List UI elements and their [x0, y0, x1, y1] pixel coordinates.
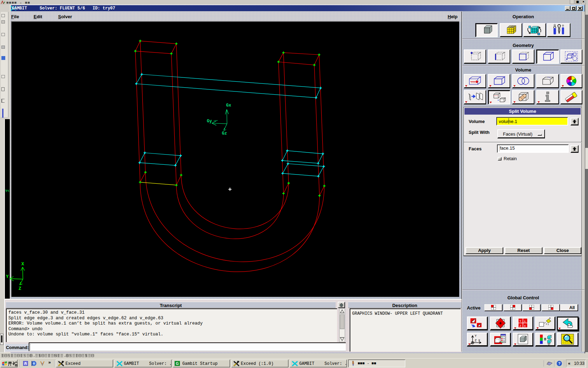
svg-text:⅄: ⅄ — [524, 320, 526, 323]
svg-text:Gx: Gx — [226, 103, 231, 108]
svg-text:Y: Y — [6, 274, 9, 279]
svg-text:X: X — [21, 261, 24, 267]
svg-text:Gz: Gz — [222, 131, 227, 136]
svg-text:X: X — [478, 339, 481, 342]
svg-text:Gy: Gy — [207, 119, 212, 124]
svg-text:Y: Y — [475, 334, 477, 338]
svg-text:?: ? — [558, 361, 561, 366]
svg-text:G: G — [176, 361, 179, 366]
svg-text:Z: Z — [475, 339, 477, 342]
svg-text:Z: Z — [519, 325, 522, 328]
svg-text:X: X — [524, 325, 526, 328]
svg-text:Y: Y — [519, 320, 522, 323]
svg-text:Z: Z — [19, 286, 21, 291]
